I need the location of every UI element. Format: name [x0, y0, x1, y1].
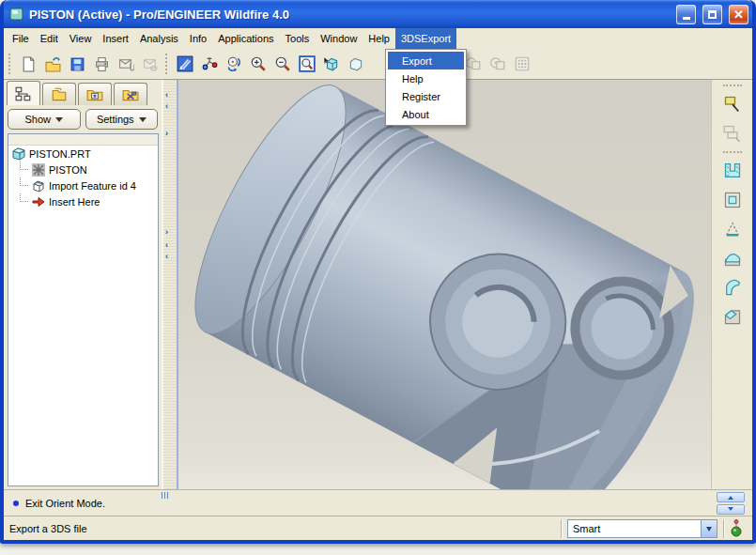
sketch-tool-button[interactable]: [720, 93, 745, 116]
menu-item-help[interactable]: Help: [388, 69, 464, 87]
minimize-button[interactable]: [676, 5, 696, 24]
email-link-button[interactable]: [138, 52, 162, 76]
menu-item-export[interactable]: Export: [388, 52, 464, 69]
tab-favorites[interactable]: [78, 83, 112, 105]
selection-filter-combobox[interactable]: Smart: [567, 519, 717, 538]
blend-tool-button[interactable]: [720, 247, 745, 270]
menu-edit[interactable]: Edit: [35, 28, 64, 49]
sash-collapse-icon[interactable]: ‹: [165, 91, 168, 99]
import-feature-icon: [32, 179, 45, 193]
toolbar-grip[interactable]: [8, 54, 11, 74]
toolbar-grip[interactable]: [723, 85, 742, 86]
tab-folder-browser[interactable]: [42, 83, 76, 105]
point-display-button[interactable]: [486, 52, 510, 76]
model-status-light-icon[interactable]: [730, 519, 743, 538]
arrow-down-icon: [728, 507, 733, 514]
tree-item-label: Import Feature id 4: [49, 180, 136, 192]
sweep-tool-button[interactable]: [720, 218, 745, 240]
datum-feature-icon: [32, 163, 45, 177]
menu-insert[interactable]: Insert: [97, 28, 134, 49]
close-button[interactable]: ✕: [729, 5, 748, 24]
repaint-icon: [177, 55, 193, 72]
feature-toolbar: [711, 80, 752, 489]
spin-center-icon: [201, 55, 218, 72]
menu-3dsexport[interactable]: 3DSExport: [395, 28, 456, 49]
zoom-out-button[interactable]: [270, 52, 295, 76]
tree-connector: [20, 177, 28, 186]
sketch-tool-icon: [723, 95, 742, 114]
open-file-icon: [45, 56, 61, 72]
email-attachment-button[interactable]: [114, 52, 138, 76]
titlebar[interactable]: PISTON (Active) - Pro/ENGINEER Wildfire …: [4, 0, 752, 28]
menu-info[interactable]: Info: [184, 28, 212, 49]
open-file-button[interactable]: [40, 52, 65, 76]
menu-view[interactable]: View: [64, 28, 98, 49]
new-file-button[interactable]: [16, 52, 40, 76]
menu-help[interactable]: Help: [363, 28, 395, 49]
sash-expand-icon[interactable]: ›: [165, 130, 168, 137]
folder-browser-icon: [51, 87, 68, 102]
zoom-out-icon: [274, 55, 291, 72]
piston-model[interactable]: [178, 80, 711, 489]
sash-collapse-icon[interactable]: ‹: [165, 253, 168, 260]
message-scroll-up-button[interactable]: [717, 492, 745, 502]
toolbar-grip[interactable]: [165, 54, 168, 74]
menu-analysis[interactable]: Analysis: [134, 28, 184, 49]
orient-mode-button[interactable]: [222, 52, 246, 76]
save-icon: [69, 56, 85, 72]
tree-item-piston-prt[interactable]: PISTON.PRT: [8, 146, 158, 162]
close-icon: ✕: [733, 8, 744, 21]
extrude-tool-button[interactable]: [720, 160, 745, 182]
settings-button-label: Settings: [97, 114, 134, 125]
refit-button[interactable]: [295, 52, 319, 76]
repaint-button[interactable]: [173, 52, 197, 76]
chamfer-tool-button[interactable]: [720, 305, 745, 328]
sash-expand-icon[interactable]: ›: [165, 228, 168, 236]
navigator-tabs: [7, 80, 162, 105]
csys-grid-display-button[interactable]: [510, 52, 534, 76]
menu-window[interactable]: Window: [315, 28, 363, 49]
maximize-button[interactable]: [702, 5, 722, 24]
sash-collapse-icon[interactable]: ‹: [165, 241, 168, 249]
message-scroll-buttons: [717, 492, 745, 515]
message-sash-grip[interactable]: [162, 492, 168, 499]
toolbar-separator: [723, 151, 742, 153]
round-tool-button[interactable]: [720, 276, 745, 299]
show-button[interactable]: Show: [8, 109, 81, 130]
menu-applications[interactable]: Applications: [212, 28, 279, 49]
tree-item-piston[interactable]: PISTON: [8, 162, 158, 177]
tree-item-insert-here[interactable]: Insert Here: [8, 193, 158, 209]
menu-file[interactable]: File: [7, 28, 35, 49]
save-button[interactable]: [65, 52, 89, 76]
message-scroll-down-button[interactable]: [717, 504, 745, 515]
combobox-dropdown-button[interactable]: [701, 520, 717, 537]
app-window: PISTON (Active) - Pro/ENGINEER Wildfire …: [0, 0, 756, 544]
zoom-in-button[interactable]: [246, 52, 270, 76]
chamfer-tool-icon: [723, 307, 742, 326]
menubar: File Edit View Insert Analysis Info Appl…: [4, 28, 752, 49]
menu-tools[interactable]: Tools: [280, 28, 316, 49]
minimize-icon: [683, 17, 690, 20]
menu-item-register[interactable]: Register: [388, 87, 464, 105]
revolve-tool-button[interactable]: [720, 189, 745, 211]
tab-connections[interactable]: [114, 83, 147, 105]
sash-collapse-icon[interactable]: ‹: [165, 102, 168, 110]
message-bullet-icon: [13, 501, 19, 506]
saved-view-icon: [323, 55, 340, 72]
tree-item-import-feature[interactable]: Import Feature id 4: [8, 177, 158, 193]
app-icon: [9, 7, 24, 22]
orient-mode-icon: [225, 55, 242, 72]
print-button[interactable]: [89, 52, 114, 76]
menu-item-about[interactable]: About: [388, 105, 464, 123]
panel-sash[interactable]: ‹ ‹ › › ‹ ‹: [162, 80, 178, 489]
tab-model-tree[interactable]: [7, 81, 40, 105]
tree-item-label: Insert Here: [49, 196, 100, 208]
extrude-tool-icon: [723, 162, 742, 180]
view-manager-button[interactable]: [344, 52, 368, 76]
spin-center-button[interactable]: [197, 52, 222, 76]
settings-button[interactable]: Settings: [85, 109, 159, 130]
saved-view-button[interactable]: [319, 52, 344, 76]
graphics-viewport[interactable]: [178, 80, 711, 489]
use-previous-tool-button[interactable]: [720, 122, 745, 145]
window-title: PISTON (Active) - Pro/ENGINEER Wildfire …: [29, 8, 670, 22]
